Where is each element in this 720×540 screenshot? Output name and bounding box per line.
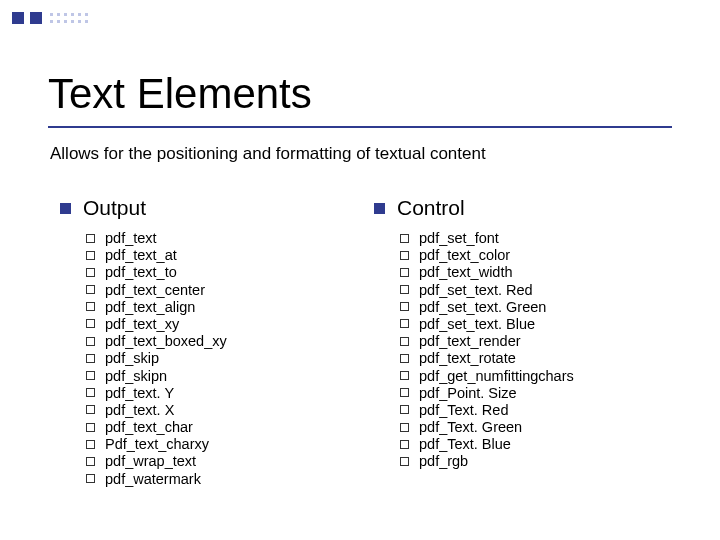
- slide-title: Text Elements: [48, 70, 312, 118]
- list-item: pdf_text_center: [86, 282, 366, 298]
- list-item: Pdf_text_charxy: [86, 436, 366, 452]
- hollow-square-bullet-icon: [86, 319, 95, 328]
- list-item: pdf_Text. Red: [400, 402, 680, 418]
- list-item: pdf_text_at: [86, 247, 366, 263]
- hollow-square-bullet-icon: [400, 268, 409, 277]
- list-item-label: pdf_text_render: [419, 333, 521, 349]
- list-item: pdf_text_char: [86, 419, 366, 435]
- title-underline: [48, 126, 672, 128]
- hollow-square-bullet-icon: [400, 319, 409, 328]
- list-item-label: pdf_text_rotate: [419, 350, 516, 366]
- list-item-label: pdf_text_color: [419, 247, 510, 263]
- list-item-label: pdf_text_width: [419, 264, 513, 280]
- hollow-square-bullet-icon: [86, 337, 95, 346]
- list-item: pdf_set_text. Red: [400, 282, 680, 298]
- filled-square-bullet-icon: [374, 203, 385, 214]
- square-icon: [30, 12, 42, 24]
- list-item-label: pdf_watermark: [105, 471, 201, 487]
- hollow-square-bullet-icon: [400, 371, 409, 380]
- list-item: pdf_set_text. Green: [400, 299, 680, 315]
- list-item: pdf_text_align: [86, 299, 366, 315]
- list-item-label: pdf_text. X: [105, 402, 174, 418]
- hollow-square-bullet-icon: [86, 268, 95, 277]
- hollow-square-bullet-icon: [86, 423, 95, 432]
- list-item-label: pdf_text_align: [105, 299, 195, 315]
- square-icon: [12, 12, 24, 24]
- hollow-square-bullet-icon: [86, 371, 95, 380]
- list-item-label: pdf_rgb: [419, 453, 468, 469]
- list-item: pdf_text_width: [400, 264, 680, 280]
- filled-square-bullet-icon: [60, 203, 71, 214]
- list-item-label: pdf_get_numfittingchars: [419, 368, 574, 384]
- hollow-square-bullet-icon: [400, 457, 409, 466]
- list-item-label: pdf_Text. Red: [419, 402, 508, 418]
- list-item: pdf_Text. Blue: [400, 436, 680, 452]
- item-list: pdf_set_font pdf_text_color pdf_text_wid…: [374, 230, 680, 469]
- list-item-label: pdf_Text. Green: [419, 419, 522, 435]
- hollow-square-bullet-icon: [86, 474, 95, 483]
- hollow-square-bullet-icon: [86, 440, 95, 449]
- decorative-corner: [12, 12, 89, 24]
- column-output: Output pdf_text pdf_text_at pdf_text_to …: [60, 196, 366, 488]
- list-item: pdf_text. X: [86, 402, 366, 418]
- list-item-label: pdf_text_char: [105, 419, 193, 435]
- hollow-square-bullet-icon: [400, 354, 409, 363]
- column-heading-label: Output: [83, 196, 146, 220]
- column-control: Control pdf_set_font pdf_text_color pdf_…: [374, 196, 680, 488]
- list-item-label: pdf_text_at: [105, 247, 177, 263]
- list-item: pdf_text_rotate: [400, 350, 680, 366]
- list-item-label: pdf_Point. Size: [419, 385, 517, 401]
- list-item: pdf_text_color: [400, 247, 680, 263]
- list-item: pdf_text_render: [400, 333, 680, 349]
- dot-grid-icon: [50, 13, 89, 24]
- hollow-square-bullet-icon: [86, 405, 95, 414]
- columns: Output pdf_text pdf_text_at pdf_text_to …: [60, 196, 680, 488]
- list-item-label: pdf_text_xy: [105, 316, 179, 332]
- hollow-square-bullet-icon: [86, 457, 95, 466]
- hollow-square-bullet-icon: [86, 285, 95, 294]
- hollow-square-bullet-icon: [400, 251, 409, 260]
- list-item: pdf_set_font: [400, 230, 680, 246]
- list-item-label: pdf_text_center: [105, 282, 205, 298]
- list-item-label: pdf_set_text. Red: [419, 282, 533, 298]
- column-heading-label: Control: [397, 196, 465, 220]
- list-item-label: pdf_set_text. Green: [419, 299, 546, 315]
- list-item: pdf_text_xy: [86, 316, 366, 332]
- hollow-square-bullet-icon: [400, 405, 409, 414]
- list-item-label: pdf_text_boxed_xy: [105, 333, 227, 349]
- hollow-square-bullet-icon: [400, 234, 409, 243]
- list-item: pdf_rgb: [400, 453, 680, 469]
- list-item-label: pdf_wrap_text: [105, 453, 196, 469]
- slide: Text Elements Allows for the positioning…: [0, 0, 720, 540]
- list-item: pdf_text. Y: [86, 385, 366, 401]
- list-item-label: pdf_text_to: [105, 264, 177, 280]
- list-item-label: pdf_skip: [105, 350, 159, 366]
- list-item: pdf_text: [86, 230, 366, 246]
- list-item: pdf_watermark: [86, 471, 366, 487]
- list-item-label: pdf_text: [105, 230, 157, 246]
- list-item: pdf_skip: [86, 350, 366, 366]
- list-item: pdf_Text. Green: [400, 419, 680, 435]
- list-item: pdf_get_numfittingchars: [400, 368, 680, 384]
- hollow-square-bullet-icon: [400, 388, 409, 397]
- list-item: pdf_text_to: [86, 264, 366, 280]
- list-item-label: pdf_text. Y: [105, 385, 174, 401]
- list-item-label: pdf_set_font: [419, 230, 499, 246]
- hollow-square-bullet-icon: [400, 302, 409, 311]
- hollow-square-bullet-icon: [86, 354, 95, 363]
- item-list: pdf_text pdf_text_at pdf_text_to pdf_tex…: [60, 230, 366, 487]
- hollow-square-bullet-icon: [400, 440, 409, 449]
- list-item-label: pdf_Text. Blue: [419, 436, 511, 452]
- hollow-square-bullet-icon: [400, 423, 409, 432]
- list-item: pdf_wrap_text: [86, 453, 366, 469]
- list-item: pdf_Point. Size: [400, 385, 680, 401]
- list-item-label: Pdf_text_charxy: [105, 436, 209, 452]
- list-item: pdf_set_text. Blue: [400, 316, 680, 332]
- slide-subtitle: Allows for the positioning and formattin…: [50, 144, 486, 164]
- hollow-square-bullet-icon: [86, 302, 95, 311]
- hollow-square-bullet-icon: [400, 285, 409, 294]
- hollow-square-bullet-icon: [86, 251, 95, 260]
- list-item: pdf_skipn: [86, 368, 366, 384]
- hollow-square-bullet-icon: [86, 388, 95, 397]
- hollow-square-bullet-icon: [400, 337, 409, 346]
